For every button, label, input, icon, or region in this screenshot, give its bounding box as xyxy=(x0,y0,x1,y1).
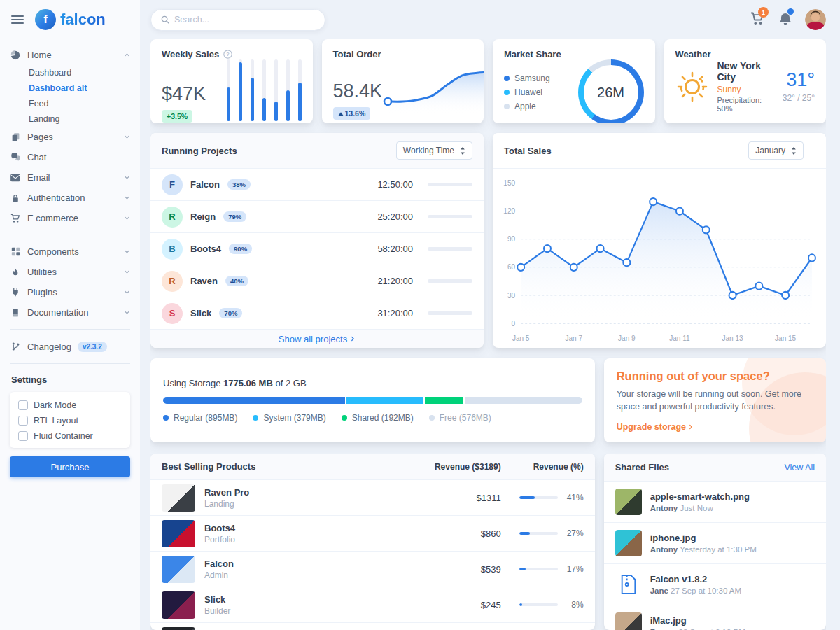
project-time: 21:20:00 xyxy=(377,276,413,286)
market-share-card: Market Share SamsungHuaweiApple 26M xyxy=(493,39,655,123)
help-icon[interactable]: ? xyxy=(223,50,232,59)
file-row-apple-smart-watch-png[interactable]: apple-smart-watch.pngAntony Just Now xyxy=(604,482,826,523)
sort-arrows-icon xyxy=(460,147,465,155)
sidebar-item-plugins[interactable]: Plugins xyxy=(10,282,130,302)
svg-text:60: 60 xyxy=(507,263,516,271)
revenue-progress-bar xyxy=(519,568,558,570)
storage-legend: Regular (895MB)System (379MB)Shared (192… xyxy=(163,413,582,423)
chevron-right-icon xyxy=(688,424,694,430)
product-row-falcon[interactable]: FalconAdmin$53917% xyxy=(150,552,595,587)
bar xyxy=(274,59,278,121)
sidebar-item-documentation[interactable]: Documentation xyxy=(10,302,130,323)
project-name: Reign xyxy=(190,211,216,222)
sidebar-subitem-dashboard[interactable]: Dashboard xyxy=(10,65,130,80)
svg-text:120: 120 xyxy=(503,207,515,215)
sidebar-item-authentication[interactable]: Authentication xyxy=(10,188,130,208)
sidebar-item-changelog[interactable]: Changelog v2.3.2 xyxy=(10,336,130,357)
sidebar-subitem-dashboard-alt[interactable]: Dashboard alt xyxy=(10,80,130,96)
project-row-slick[interactable]: SSlick70%31:20:00 xyxy=(150,298,484,330)
setting-rtl-layout[interactable]: RTL Layout xyxy=(18,416,122,426)
checkbox-icon[interactable] xyxy=(18,400,28,410)
sidebar-item-e-commerce[interactable]: E commerce xyxy=(10,208,130,228)
product-row-raven-pro[interactable]: Raven ProLanding$131141% xyxy=(150,480,595,516)
weather-high-low: 32° / 25° xyxy=(783,93,815,103)
setting-dark-mode[interactable]: Dark Mode xyxy=(18,400,122,410)
setting-fluid-container[interactable]: Fluid Container xyxy=(18,431,122,441)
project-row-reign[interactable]: RReign79%25:20:00 xyxy=(150,201,484,233)
project-row-raven[interactable]: RRaven40%21:20:00 xyxy=(150,265,484,298)
storage-legend-item: System (379MB) xyxy=(253,413,326,423)
sidebar-item-home[interactable]: Home xyxy=(10,45,130,65)
product-row-partial[interactable] xyxy=(150,623,595,630)
storage-row: Using Storage 1775.06 MB of 2 GB Regular… xyxy=(150,358,826,442)
storage-title: Using Storage 1775.06 MB of 2 GB xyxy=(163,378,582,388)
purchase-button[interactable]: Purchase xyxy=(10,456,130,477)
file-name[interactable]: Falcon v1.8.2 xyxy=(650,574,741,584)
main-area: 1 Weekly Sales ? $47K +3.5 xyxy=(140,0,840,630)
checkbox-icon[interactable] xyxy=(18,431,28,441)
sidebar-item-email[interactable]: Email xyxy=(10,167,130,188)
bottom-row: Best Selling Products Revenue ($3189) Re… xyxy=(150,454,826,630)
product-category[interactable]: Portfolio xyxy=(204,535,410,545)
sidebar-subitem-landing[interactable]: Landing xyxy=(10,111,130,127)
file-name[interactable]: iphone.jpg xyxy=(650,533,757,543)
product-revenue: $245 xyxy=(410,600,501,610)
sidebar-item-chat[interactable]: Chat xyxy=(10,147,130,167)
project-row-falcon[interactable]: FFalcon38%12:50:00 xyxy=(150,169,484,201)
sidebar-item-label: Components xyxy=(27,246,118,257)
show-all-projects-link[interactable]: Show all projects xyxy=(150,330,484,348)
product-category[interactable]: Landing xyxy=(204,499,410,509)
product-name: Boots4 xyxy=(204,523,410,533)
working-time-select[interactable]: Working Time xyxy=(396,141,472,160)
best-selling-products-card: Best Selling Products Revenue ($3189) Re… xyxy=(150,454,595,630)
setting-label: Dark Mode xyxy=(34,400,76,410)
brand-logo[interactable]: f falcon xyxy=(35,9,106,30)
search-box[interactable] xyxy=(150,9,326,31)
sidebar-item-label: Plugins xyxy=(27,287,118,298)
sidebar-item-components[interactable]: Components xyxy=(10,241,130,262)
legend-dot xyxy=(163,415,169,421)
product-thumbnail xyxy=(162,627,195,630)
components-icon xyxy=(10,247,21,256)
svg-text:90: 90 xyxy=(507,235,516,243)
project-time: 58:20:00 xyxy=(377,244,413,254)
sidebar-item-pages[interactable]: Pages xyxy=(10,127,130,147)
weather-city: New York City xyxy=(718,60,774,83)
sidebar-item-utilities[interactable]: Utilities xyxy=(10,262,130,282)
ellipsis-menu-icon[interactable] xyxy=(812,53,815,56)
svg-text:Jan 13: Jan 13 xyxy=(722,335,743,342)
checkbox-icon[interactable] xyxy=(18,416,28,426)
search-input[interactable] xyxy=(174,15,315,24)
project-name: Falcon xyxy=(190,179,220,190)
products-table-header: Best Selling Products Revenue ($3189) Re… xyxy=(150,454,595,480)
file-name[interactable]: apple-smart-watch.png xyxy=(650,491,750,502)
product-category[interactable]: Admin xyxy=(204,570,410,580)
cart-button[interactable]: 1 xyxy=(749,10,766,29)
product-thumbnail xyxy=(162,556,195,583)
product-row-boots4[interactable]: Boots4Portfolio$86027% xyxy=(150,516,595,552)
file-row-imac-jpg[interactable]: iMac.jpgRowen 23 Sep at 6:10 PM xyxy=(604,606,826,630)
user-avatar[interactable] xyxy=(805,9,826,30)
sidebar-subitem-feed[interactable]: Feed xyxy=(10,96,130,111)
project-name: Boots4 xyxy=(190,244,221,254)
revenue-pct-column-header: Revenue (%) xyxy=(501,462,584,472)
product-thumbnail xyxy=(162,484,195,512)
settings-heading: Settings xyxy=(11,374,130,385)
file-name[interactable]: iMac.jpg xyxy=(650,615,746,626)
ellipsis-menu-icon[interactable] xyxy=(812,149,815,152)
month-select[interactable]: January xyxy=(748,141,804,160)
file-row-iphone-jpg[interactable]: iphone.jpgAntony Yesterday at 1:30 PM xyxy=(604,523,826,564)
product-category[interactable]: Builder xyxy=(204,606,410,616)
product-row-slick[interactable]: SlickBuilder$2458% xyxy=(150,587,595,623)
sidebar-item-label: Authentication xyxy=(27,192,118,203)
sidebar-item-label: Utilities xyxy=(27,267,118,277)
file-row-falcon-v1-8-2[interactable]: Falcon v1.8.2Jane 27 Sep at 10:30 AM xyxy=(604,564,826,606)
legend-dot xyxy=(504,76,510,81)
hamburger-menu-icon[interactable] xyxy=(10,13,25,27)
notifications-button[interactable] xyxy=(778,10,793,29)
project-name: Slick xyxy=(190,308,211,318)
view-all-link[interactable]: View All xyxy=(784,463,815,472)
upgrade-storage-link[interactable]: Upgrade storage xyxy=(617,422,694,432)
project-row-boots4[interactable]: BBoots490%58:20:00 xyxy=(150,233,484,265)
svg-text:0: 0 xyxy=(512,320,516,328)
